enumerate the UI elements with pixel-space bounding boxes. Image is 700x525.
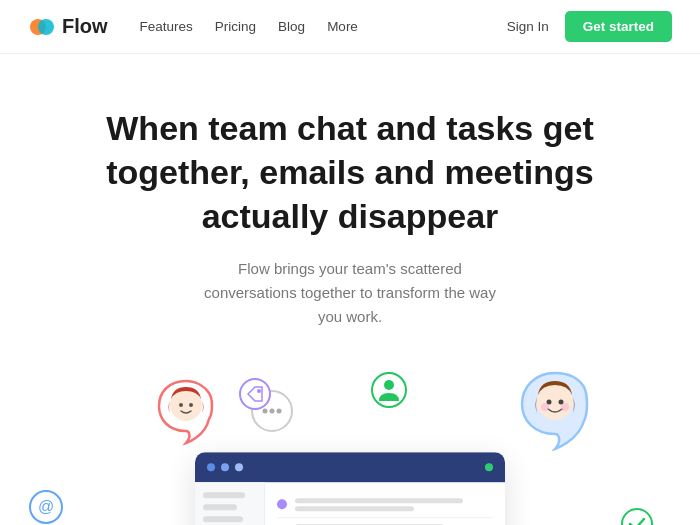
app-sidebar [195, 482, 265, 525]
app-content [265, 482, 505, 525]
sidebar-line [203, 504, 237, 510]
row-lines [295, 498, 493, 511]
row-dot [277, 499, 287, 509]
row-line [295, 498, 463, 503]
nav-left: Flow Features Pricing Blog More [28, 13, 358, 41]
titlebar-dot-2 [221, 463, 229, 471]
person-icon [370, 371, 408, 413]
get-started-button[interactable]: Get started [565, 11, 672, 42]
nav-more[interactable]: More [327, 19, 358, 34]
hero-section: When team chat and tasks get together, e… [0, 54, 700, 329]
hero-headline: When team chat and tasks get together, e… [70, 106, 630, 239]
svg-point-25 [240, 379, 270, 409]
svg-point-3 [179, 403, 183, 407]
titlebar-dot-3 [235, 463, 243, 471]
app-body [195, 482, 505, 525]
sign-in-link[interactable]: Sign In [507, 19, 549, 34]
titlebar-dot-green [485, 463, 493, 471]
nav-right: Sign In Get started [507, 11, 672, 42]
svg-point-4 [189, 403, 193, 407]
logo[interactable]: Flow [28, 13, 108, 41]
illustration: @ [0, 359, 700, 525]
sidebar-line [203, 516, 243, 522]
app-window [195, 452, 505, 525]
avatar-bubble-tl [155, 377, 217, 451]
titlebar-dot-1 [207, 463, 215, 471]
svg-point-26 [257, 389, 261, 393]
at-icon: @ [28, 489, 64, 525]
logo-text: Flow [62, 15, 108, 38]
content-row [277, 492, 493, 518]
svg-point-1 [38, 19, 54, 35]
nav-pricing[interactable]: Pricing [215, 19, 256, 34]
avatar-bubble-tr [518, 369, 592, 455]
sidebar-line [203, 492, 245, 498]
nav-links: Features Pricing Blog More [140, 19, 358, 34]
nav-blog[interactable]: Blog [278, 19, 305, 34]
hero-subtext: Flow brings your team's scattered conver… [190, 257, 510, 329]
svg-point-9 [561, 403, 569, 411]
nav-features[interactable]: Features [140, 19, 193, 34]
logo-icon [28, 13, 56, 41]
svg-point-22 [384, 380, 394, 390]
app-titlebar [195, 452, 505, 482]
content-row [277, 518, 493, 525]
svg-point-20 [277, 408, 282, 413]
check-icon [620, 507, 654, 525]
navbar: Flow Features Pricing Blog More Sign In … [0, 0, 700, 54]
row-line [295, 506, 414, 511]
svg-point-42 [622, 509, 652, 525]
svg-point-5 [537, 384, 573, 420]
tag-icon [238, 377, 272, 415]
svg-text:@: @ [38, 498, 54, 515]
svg-point-8 [541, 403, 549, 411]
